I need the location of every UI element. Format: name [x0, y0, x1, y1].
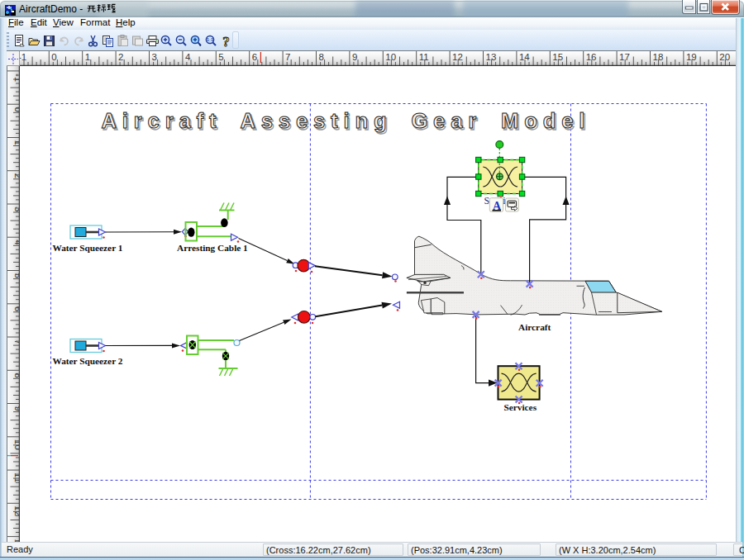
svg-text:6: 6 — [13, 306, 21, 311]
svg-text:4: 4 — [13, 240, 21, 245]
svg-text:9: 9 — [352, 52, 357, 62]
svg-text:-1: -1 — [13, 74, 21, 82]
svg-text:3: 3 — [152, 52, 157, 62]
svg-text:7: 7 — [13, 339, 21, 344]
svg-text:9: 9 — [13, 406, 21, 411]
svg-text:3: 3 — [13, 206, 21, 211]
svg-text:S: S — [484, 195, 490, 206]
svg-text:Arresting Cable 1: Arresting Cable 1 — [177, 243, 248, 253]
svg-text:1: 1 — [85, 52, 90, 62]
svg-text:Aircraft Assesting Gear Model: Aircraft Assesting Gear Model — [102, 109, 591, 132]
svg-text:5: 5 — [218, 52, 223, 62]
svg-text:4: 4 — [185, 52, 191, 62]
svg-text:Services: Services — [504, 402, 537, 412]
svg-text:0: 0 — [51, 52, 56, 62]
svg-text:6: 6 — [252, 52, 257, 62]
svg-text:Water Squeezer 2: Water Squeezer 2 — [53, 356, 123, 366]
svg-text:1: 1 — [13, 140, 21, 145]
svg-text:8: 8 — [319, 52, 324, 62]
svg-text:10: 10 — [385, 52, 396, 62]
svg-text:2: 2 — [13, 173, 21, 178]
svg-text:12: 12 — [452, 52, 463, 62]
svg-text:17: 17 — [619, 52, 630, 62]
svg-text:16: 16 — [586, 52, 597, 62]
svg-text:0: 0 — [13, 107, 21, 112]
svg-text:13: 13 — [486, 52, 497, 62]
svg-text:2: 2 — [118, 52, 123, 62]
svg-text:20: 20 — [719, 52, 730, 62]
svg-text:18: 18 — [653, 52, 664, 62]
svg-text:-1: -1 — [20, 52, 26, 62]
svg-text:11: 11 — [419, 52, 429, 62]
svg-text:?: ? — [222, 34, 230, 48]
svg-text:7: 7 — [285, 52, 290, 62]
svg-text:8: 8 — [13, 373, 21, 377]
svg-text:Aircraft: Aircraft — [518, 322, 551, 332]
svg-text:1:1: 1:1 — [207, 37, 213, 42]
svg-text:15: 15 — [552, 52, 563, 62]
svg-text:Water Squeezer 1: Water Squeezer 1 — [53, 243, 123, 253]
svg-text:5: 5 — [13, 273, 21, 278]
svg-text:19: 19 — [686, 52, 697, 62]
